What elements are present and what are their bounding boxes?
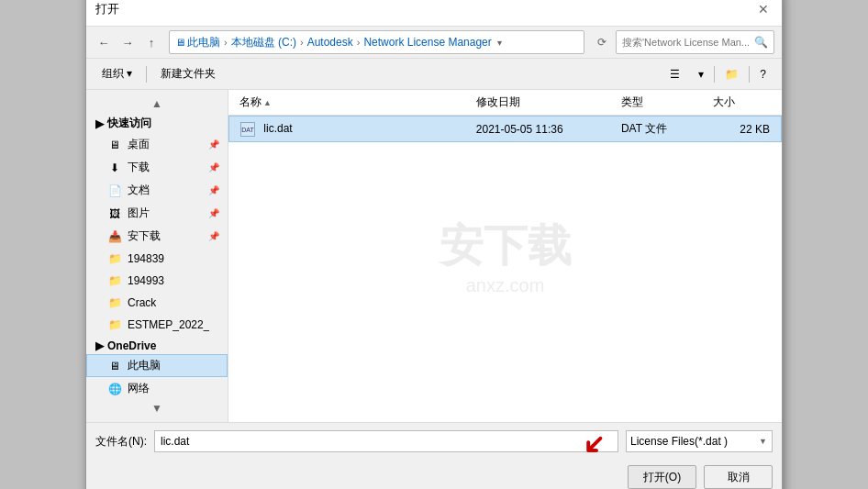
document-icon: 📄 — [107, 183, 122, 198]
watermark-logo: 安下载 — [440, 217, 572, 275]
folder-194839-icon: 📁 — [107, 251, 122, 266]
sidebar-item-images[interactable]: 🖼 图片 📌 — [86, 202, 228, 225]
sidebar-section-quick-access[interactable]: ▶ 快速访问 — [86, 112, 228, 133]
view-icon-button[interactable]: ▾ — [690, 64, 712, 84]
cancel-button[interactable]: 取消 — [704, 465, 773, 489]
back-button[interactable]: ← — [94, 32, 114, 52]
file-toolbar: 组织 ▾ 新建文件夹 ☰ ▾ 📁 ? — [86, 59, 782, 90]
breadcrumb[interactable]: 🖥 此电脑 › 本地磁盘 (C:) › Autodesk › Network L… — [169, 30, 584, 54]
sidebar-thispc-label: 此电脑 — [128, 358, 161, 373]
sidebar-section-onedrive[interactable]: ▶ OneDrive — [86, 336, 228, 354]
thispc-icon: 🖥 — [107, 359, 122, 373]
sidebar-item-anxz[interactable]: 📥 安下载 📌 — [86, 225, 228, 248]
onedrive-arrow-icon: ▶ — [95, 339, 104, 352]
watermark-domain: anxz.com — [440, 275, 572, 296]
col-header-size[interactable]: 大小 — [706, 90, 778, 115]
sidebar-item-194993[interactable]: 📁 194993 — [86, 270, 228, 292]
title-bar: 打开 ✕ — [86, 0, 782, 27]
network-icon: 🌐 — [107, 382, 122, 396]
sidebar-item-download[interactable]: ⬇ 下载 📌 — [86, 156, 228, 179]
sidebar: ▲ ▶ 快速访问 🖥 桌面 📌 ⬇ 下载 📌 📄 文档 📌 — [86, 90, 228, 422]
file-name-cell: DAT lic.dat — [233, 117, 469, 141]
help-separator — [749, 66, 750, 83]
sidebar-item-desktop[interactable]: 🖥 桌面 📌 — [86, 133, 228, 156]
new-folder-icon-button[interactable]: 📁 — [717, 64, 747, 84]
view-list-button[interactable]: ☰ — [662, 64, 688, 84]
sidebar-scroll-up[interactable]: ▲ — [86, 95, 228, 112]
sidebar-anxz-label: 安下载 — [128, 228, 161, 244]
address-toolbar: ← → ↑ 🖥 此电脑 › 本地磁盘 (C:) › Autodesk › Net… — [86, 27, 782, 59]
desktop-pin: 📌 — [208, 139, 219, 150]
filetype-select[interactable]: License Files(*.dat ) — [626, 430, 773, 452]
anxz-icon: 📥 — [107, 229, 122, 244]
button-row: ➜ 打开(O) 取消 — [86, 460, 782, 489]
new-folder-button[interactable]: 新建文件夹 — [152, 62, 224, 85]
file-date-cell: 2021-05-05 11:36 — [469, 118, 614, 140]
col-header-type[interactable]: 类型 — [614, 90, 705, 115]
quick-access-label: 快速访问 — [107, 116, 151, 131]
download-icon: ⬇ — [107, 161, 122, 175]
search-icon: 🔍 — [754, 36, 768, 49]
dialog-title: 打开 — [95, 1, 119, 17]
quick-access-arrow-icon: ▶ — [95, 117, 104, 130]
open-button[interactable]: 打开(O) — [628, 465, 696, 489]
filename-bar: 文件名(N): License Files(*.dat ) — [86, 422, 782, 460]
search-bar: 🔍 — [616, 30, 774, 54]
onedrive-label: OneDrive — [107, 339, 156, 352]
download-pin: 📌 — [208, 162, 219, 172]
filename-input[interactable] — [154, 430, 618, 452]
breadcrumb-drive[interactable]: 本地磁盘 (C:) — [231, 35, 296, 50]
sidebar-desktop-label: 桌面 — [128, 137, 150, 152]
help-button[interactable]: ? — [751, 64, 774, 84]
breadcrumb-dropdown-arrow[interactable]: ▾ — [497, 38, 502, 48]
breadcrumb-sep-2: › — [300, 37, 304, 48]
filetype-select-wrapper: License Files(*.dat ) — [626, 430, 773, 452]
col-header-name[interactable]: 名称 ▲ — [232, 90, 469, 115]
sidebar-images-label: 图片 — [128, 206, 150, 221]
filename-label: 文件名(N): — [95, 434, 147, 450]
anxz-pin: 📌 — [208, 231, 219, 241]
sidebar-download-label: 下载 — [128, 160, 150, 175]
sidebar-item-document[interactable]: 📄 文档 📌 — [86, 179, 228, 202]
sidebar-item-network[interactable]: 🌐 网络 — [86, 377, 228, 400]
folder-194993-icon: 📁 — [107, 273, 122, 288]
sidebar-scroll-down[interactable]: ▼ — [86, 400, 228, 417]
sidebar-item-estmep[interactable]: 📁 ESTMEP_2022_ — [86, 314, 228, 336]
organize-button[interactable]: 组织 ▾ — [94, 62, 140, 85]
open-file-dialog: 打开 ✕ ← → ↑ 🖥 此电脑 › 本地磁盘 (C:) › Autodesk … — [85, 0, 783, 489]
sort-arrow: ▲ — [263, 98, 272, 107]
breadcrumb-autodesk[interactable]: Autodesk — [307, 36, 353, 49]
dat-file-icon: DAT — [240, 122, 255, 137]
watermark: 安下载 anxz.com — [440, 217, 572, 296]
view-controls: ☰ ▾ 📁 ? — [662, 64, 774, 84]
sidebar-item-crack[interactable]: 📁 Crack — [86, 292, 228, 314]
breadcrumb-nlm[interactable]: Network License Manager — [363, 36, 491, 49]
breadcrumb-computer[interactable]: 🖥 此电脑 — [175, 35, 220, 50]
close-button[interactable]: ✕ — [754, 0, 773, 18]
main-area: ▲ ▶ 快速访问 🖥 桌面 📌 ⬇ 下载 📌 📄 文档 📌 — [86, 90, 782, 422]
sidebar-document-label: 文档 — [128, 183, 150, 198]
view-separator — [714, 66, 715, 83]
breadcrumb-sep-1: › — [224, 37, 228, 48]
sidebar-194839-label: 194839 — [128, 252, 164, 265]
sidebar-item-thispc[interactable]: 🖥 此电脑 — [86, 354, 228, 377]
folder-estmep-icon: 📁 — [107, 317, 122, 332]
forward-button[interactable]: → — [117, 32, 138, 52]
content-area: 名称 ▲ 修改日期 类型 大小 DAT lic.dat 2 — [228, 90, 782, 422]
col-header-date[interactable]: 修改日期 — [469, 90, 615, 115]
sidebar-crack-label: Crack — [128, 296, 156, 309]
file-type-cell: DAT 文件 — [614, 117, 705, 141]
folder-crack-icon: 📁 — [107, 295, 122, 310]
toolbar-separator — [146, 66, 147, 83]
file-list-header: 名称 ▲ 修改日期 类型 大小 — [228, 90, 782, 116]
up-button[interactable]: ↑ — [141, 32, 161, 52]
sidebar-194993-label: 194993 — [128, 274, 164, 287]
sidebar-network-label: 网络 — [128, 381, 150, 396]
sidebar-item-194839[interactable]: 📁 194839 — [86, 248, 228, 270]
desktop-icon: 🖥 — [107, 138, 122, 152]
refresh-button[interactable]: ⟳ — [592, 32, 612, 52]
search-input[interactable] — [622, 37, 751, 48]
images-pin: 📌 — [208, 208, 219, 218]
file-row-licdat[interactable]: DAT lic.dat 2021-05-05 11:36 DAT 文件 22 K… — [228, 116, 782, 142]
document-pin: 📌 — [208, 185, 219, 195]
